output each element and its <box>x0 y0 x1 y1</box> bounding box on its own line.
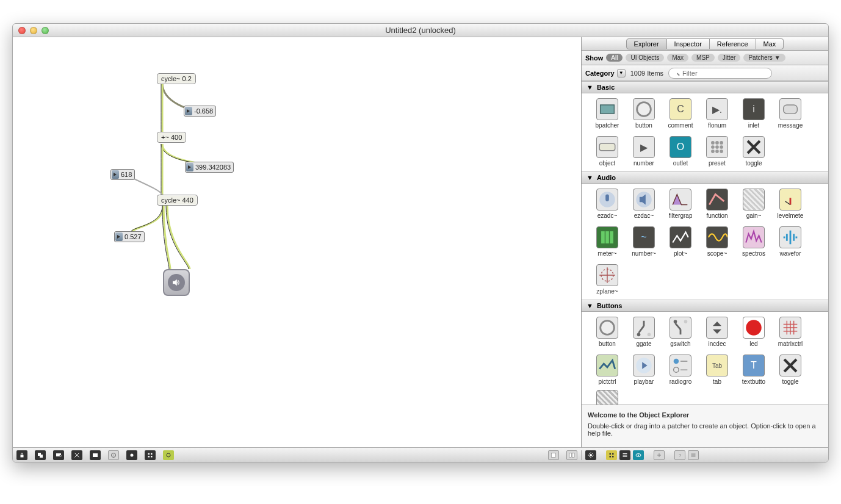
category-button[interactable]: Category▼ <box>585 69 626 77</box>
object-panel[interactable]: ▼Basic bpatcher button Ccomment ▶.flonum… <box>582 81 828 405</box>
item-numbersig[interactable]: ~number~ <box>627 226 661 257</box>
item-object[interactable]: object <box>590 136 624 167</box>
grid-icon[interactable] <box>145 450 156 460</box>
help-icon[interactable]: ? <box>674 450 685 460</box>
number-box-0527[interactable]: 0.527 <box>114 231 145 242</box>
svg-point-6 <box>720 141 723 145</box>
item-button[interactable]: button <box>627 98 661 129</box>
item-gain[interactable]: gain~ <box>737 189 771 219</box>
item-matrixctrl[interactable]: matrixctrl <box>773 317 807 347</box>
object-box-cycle-440[interactable]: cycle~ 440 <box>157 195 198 206</box>
item-ggate[interactable]: ggate <box>627 317 661 347</box>
item-led[interactable]: led <box>737 317 771 347</box>
item-button2[interactable]: button <box>590 317 624 347</box>
item-filtergraph[interactable]: filtergrap <box>663 189 698 219</box>
plus-icon[interactable] <box>654 450 665 460</box>
item-outlet[interactable]: Ooutlet <box>663 136 698 167</box>
grid-basic: bpatcher button Ccomment ▶.flonum iinlet… <box>582 93 828 171</box>
object-box-plus-400[interactable]: +~ 400 <box>157 132 186 143</box>
search-input[interactable] <box>668 68 772 79</box>
item-message[interactable]: message <box>773 98 807 129</box>
ezdac-object[interactable] <box>163 269 190 296</box>
svg-point-66 <box>590 454 592 456</box>
item-levelmeter[interactable]: levelmete <box>773 189 807 219</box>
number-box-618[interactable]: 618 <box>110 169 135 180</box>
item-textbutton[interactable]: Ttextbutto <box>737 355 771 385</box>
grid-snap-icon[interactable] <box>90 450 101 460</box>
item-inlet[interactable]: iinlet <box>737 98 771 129</box>
item-toggle2[interactable]: toggle <box>773 355 807 385</box>
tab-inspector[interactable]: Inspector <box>667 38 710 49</box>
patcher-canvas[interactable]: cycle~ 0.2 -0.658 +~ 400 399.342083 618 … <box>13 37 581 447</box>
patching-mode-icon[interactable] <box>71 450 82 460</box>
item-meter[interactable]: meter~ <box>590 226 624 257</box>
tab-explorer[interactable]: Explorer <box>626 38 667 49</box>
item-plot[interactable]: plot~ <box>663 226 698 257</box>
inspector-icon[interactable]: i <box>108 450 119 460</box>
svg-point-1 <box>637 103 651 117</box>
item-preset[interactable]: preset <box>700 136 734 167</box>
item-number[interactable]: ▶number <box>627 136 661 167</box>
item-pictctrl[interactable]: pictctrl <box>590 355 624 385</box>
item-radiogroup[interactable]: radiogro <box>663 355 698 385</box>
button-icon <box>596 317 618 339</box>
presentation-icon[interactable] <box>53 450 64 460</box>
svg-point-57 <box>131 453 134 456</box>
textbutton-icon: T <box>743 355 765 376</box>
section-header-audio[interactable]: ▼Audio <box>582 171 828 184</box>
chevron-down-icon: ▼ <box>587 302 593 309</box>
audio-power-icon[interactable] <box>163 450 174 460</box>
item-toggle[interactable]: toggle <box>737 136 771 167</box>
item-extra[interactable] <box>590 390 624 405</box>
filter-jitter[interactable]: Jitter <box>718 54 741 62</box>
eye-icon[interactable] <box>633 450 644 460</box>
tab-max[interactable]: Max <box>756 38 784 49</box>
menu-icon[interactable] <box>688 450 699 460</box>
gear-icon[interactable] <box>585 450 596 460</box>
new-object-icon[interactable] <box>35 450 46 460</box>
item-comment[interactable]: Ccomment <box>663 98 698 129</box>
view-split-icon[interactable] <box>566 450 577 460</box>
item-function[interactable]: function <box>700 189 734 219</box>
object-box-cycle-02[interactable]: cycle~ 0.2 <box>157 73 196 84</box>
grid-view-icon[interactable] <box>606 450 617 460</box>
svg-point-33 <box>746 320 762 336</box>
list-view-icon[interactable] <box>619 450 630 460</box>
filter-all[interactable]: All <box>606 54 623 62</box>
svg-rect-67 <box>610 453 612 455</box>
filter-max[interactable]: Max <box>667 54 688 62</box>
section-header-basic[interactable]: ▼Basic <box>582 81 828 93</box>
svg-point-9 <box>720 145 723 149</box>
filtergraph-icon <box>670 189 691 211</box>
item-playbar[interactable]: playbar <box>627 355 661 385</box>
filter-ui-objects[interactable]: UI Objects <box>626 54 664 62</box>
svg-point-10 <box>711 149 715 153</box>
filter-msp[interactable]: MSP <box>691 54 715 62</box>
item-bpatcher[interactable]: bpatcher <box>590 98 624 129</box>
item-ezdac[interactable]: ezdac~ <box>627 189 661 219</box>
item-gswitch[interactable]: gswitch <box>663 317 698 347</box>
debug-icon[interactable] <box>126 450 137 460</box>
item-scope[interactable]: scope~ <box>700 226 734 257</box>
show-label: Show <box>585 54 603 62</box>
item-spectroscope[interactable]: spectros <box>737 226 771 257</box>
lock-icon[interactable] <box>16 450 27 460</box>
sidebar: Explorer Inspector Reference Max Show Al… <box>581 37 828 447</box>
svg-point-29 <box>674 320 677 323</box>
filter-patchers[interactable]: Patchers ▼ <box>743 54 785 62</box>
item-waveform[interactable]: wavefor <box>773 226 807 257</box>
item-flonum[interactable]: ▶.flonum <box>700 98 734 129</box>
number-box-negative[interactable]: -0.658 <box>184 106 216 117</box>
tab-reference[interactable]: Reference <box>710 38 756 49</box>
number-box-399[interactable]: 399.342083 <box>185 162 234 173</box>
item-tab[interactable]: Tabtab <box>700 355 734 385</box>
item-ezadc[interactable]: ezadc~ <box>590 189 624 219</box>
ezdac-icon <box>633 189 655 211</box>
item-zplane[interactable]: zplane~ <box>590 264 624 295</box>
item-incdec[interactable]: incdec <box>700 317 734 347</box>
view-single-icon[interactable] <box>548 450 559 460</box>
bottom-right-tools: ? <box>581 450 828 460</box>
svg-rect-60 <box>148 456 150 458</box>
svg-rect-69 <box>610 456 612 458</box>
section-header-buttons[interactable]: ▼Buttons <box>582 300 828 312</box>
